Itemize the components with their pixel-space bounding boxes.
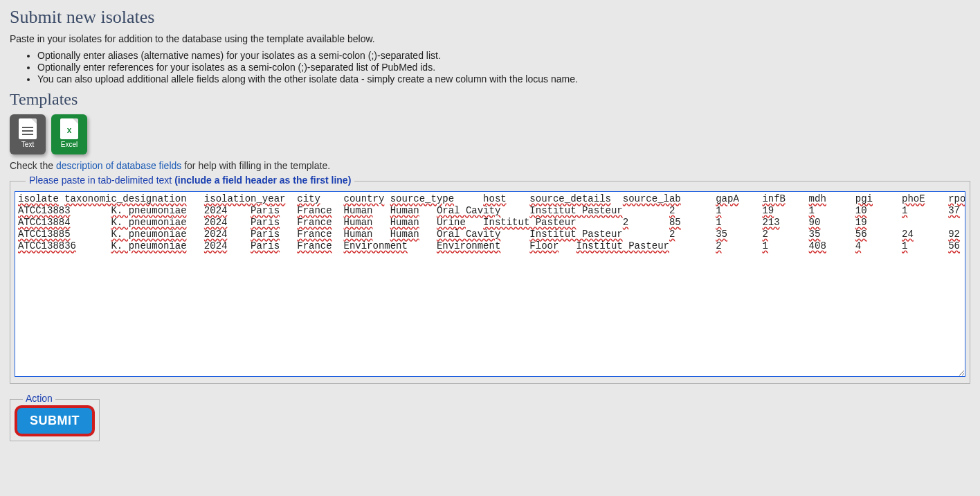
templates-heading: Templates xyxy=(10,90,970,109)
file-excel-icon: x xyxy=(60,118,78,139)
action-fieldset: Action SUBMIT xyxy=(10,399,100,441)
paste-legend-plain: Please paste in tab-delimited text xyxy=(29,175,174,186)
paste-fieldset: Please paste in tab-delimited text (incl… xyxy=(10,181,970,384)
action-legend: Action xyxy=(23,393,55,404)
paste-legend: Please paste in tab-delimited text (incl… xyxy=(26,175,354,186)
instructions-list: Optionally enter aliases (alternative na… xyxy=(10,50,970,85)
instruction-item: Optionally enter aliases (alternative na… xyxy=(37,50,970,61)
description-fields-link[interactable]: description of database fields xyxy=(56,160,181,171)
intro-text: Paste in your isolates for addition to t… xyxy=(10,33,970,44)
check-line: Check the description of database fields… xyxy=(10,160,970,171)
check-suffix: for help with filling in the template. xyxy=(181,160,330,171)
paste-textarea[interactable] xyxy=(15,191,965,377)
check-prefix: Check the xyxy=(10,160,56,171)
submit-button[interactable]: SUBMIT xyxy=(17,408,92,434)
instruction-item: You can also upload additional allele fi… xyxy=(37,73,970,85)
paste-legend-bold: (include a field header as the first lin… xyxy=(174,175,351,186)
template-excel-label: Excel xyxy=(61,141,78,148)
instruction-item: Optionally enter references for your iso… xyxy=(37,62,970,73)
template-text-label: Text xyxy=(21,141,34,148)
file-text-icon xyxy=(19,118,37,139)
page-title: Submit new isolates xyxy=(10,7,970,28)
template-excel-button[interactable]: x Excel xyxy=(51,114,87,154)
template-text-button[interactable]: Text xyxy=(10,114,46,154)
